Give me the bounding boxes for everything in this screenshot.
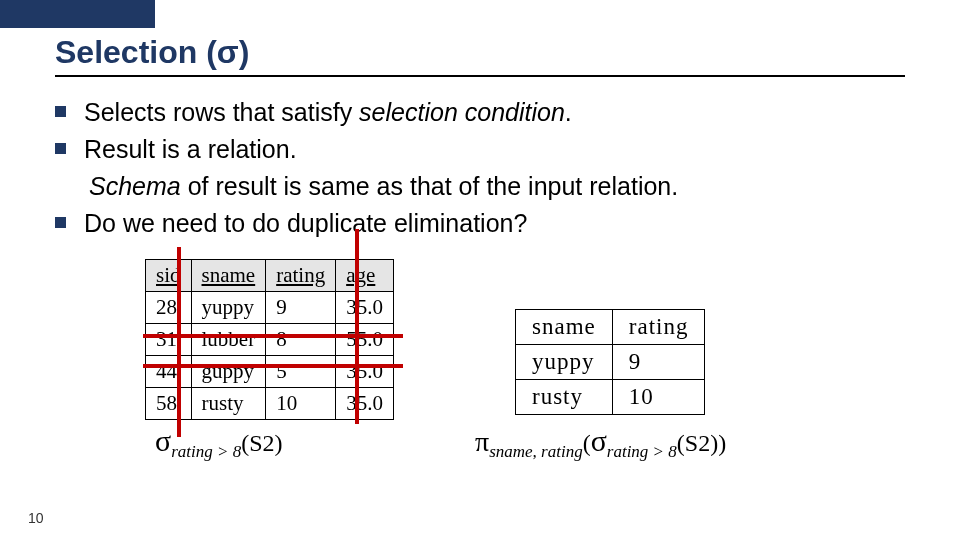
bullet-2: Result is a relation. — [55, 132, 905, 167]
red-annotation-line — [143, 334, 403, 338]
sigma-symbol: σ — [591, 424, 607, 457]
accent-bar — [0, 0, 155, 28]
sigma-symbol: σ — [217, 34, 239, 70]
red-annotation-line — [355, 229, 359, 424]
figures-area: sid sname rating age 28 yuppy 9 35.0 31 … — [55, 259, 905, 519]
text-fragment: of result is same as that of the input r… — [181, 172, 679, 200]
formula-relation: (S2) — [241, 430, 282, 456]
col-sname: sname — [191, 260, 266, 292]
cell: 9 — [612, 345, 705, 380]
title-text-prefix: Selection ( — [55, 34, 217, 70]
text-italic: Schema — [89, 172, 181, 200]
square-bullet-icon — [55, 106, 66, 117]
col-rating: rating — [612, 310, 705, 345]
cell: 44 — [146, 356, 192, 388]
square-bullet-icon — [55, 217, 66, 228]
pi-symbol: π — [475, 426, 489, 457]
cell: 9 — [266, 292, 336, 324]
cell: 31 — [146, 324, 192, 356]
formula-subscript: rating > 8 — [171, 442, 241, 461]
table-row: rusty 10 — [516, 380, 705, 415]
col-age: age — [336, 260, 394, 292]
text-fragment: Selects rows that satisfy — [84, 98, 359, 126]
bullet-1: Selects rows that satisfy selection cond… — [55, 95, 905, 130]
bullet-2-text: Result is a relation. — [84, 132, 297, 167]
cell: 8 — [266, 324, 336, 356]
cell: 35.0 — [336, 388, 394, 420]
result-relation-table: sname rating yuppy 9 rusty 10 — [515, 309, 705, 415]
cell: 58 — [146, 388, 192, 420]
cell: yuppy — [516, 345, 613, 380]
title-text-suffix: ) — [239, 34, 250, 70]
col-sname: sname — [516, 310, 613, 345]
text-italic: selection condition — [359, 98, 565, 126]
input-relation-table: sid sname rating age 28 yuppy 9 35.0 31 … — [145, 259, 394, 420]
title-block: Selection (σ) — [0, 28, 960, 77]
table-header-row: sname rating — [516, 310, 705, 345]
cell: rusty — [516, 380, 613, 415]
col-sid: sid — [146, 260, 192, 292]
cell: 35.0 — [336, 292, 394, 324]
table-row: yuppy 9 — [516, 345, 705, 380]
sigma-symbol: σ — [155, 424, 171, 457]
text-fragment: . — [565, 98, 572, 126]
formula-subscript: rating > 8 — [607, 442, 677, 461]
cell: 35.0 — [336, 356, 394, 388]
square-bullet-icon — [55, 143, 66, 154]
bullet-3-text: Do we need to do duplicate elimination? — [84, 206, 527, 241]
cell: 10 — [612, 380, 705, 415]
cell: 55.0 — [336, 324, 394, 356]
selection-formula: σrating > 8(S2) — [155, 424, 283, 462]
red-annotation-line — [143, 364, 403, 368]
body-content: Selects rows that satisfy selection cond… — [0, 77, 960, 519]
page-number: 10 — [28, 510, 44, 526]
formula-subscript: sname, rating — [489, 442, 583, 461]
table-result: sname rating yuppy 9 rusty 10 — [515, 309, 705, 415]
cell: lubber — [191, 324, 266, 356]
bullet-2-continuation: Schema of result is same as that of the … — [55, 169, 905, 204]
col-rating: rating — [266, 260, 336, 292]
bullet-1-text: Selects rows that satisfy selection cond… — [84, 95, 572, 130]
paren-open: ( — [583, 430, 591, 456]
cell: 28 — [146, 292, 192, 324]
projection-formula: πsname, rating(σrating > 8(S2)) — [475, 424, 726, 462]
cell: rusty — [191, 388, 266, 420]
red-annotation-line — [177, 247, 181, 437]
slide-title: Selection (σ) — [55, 34, 905, 73]
cell: guppy — [191, 356, 266, 388]
formula-relation: (S2) — [677, 430, 718, 456]
paren-close: ) — [718, 430, 726, 456]
cell: 10 — [266, 388, 336, 420]
cell: yuppy — [191, 292, 266, 324]
bullet-3: Do we need to do duplicate elimination? — [55, 206, 905, 241]
cell: 5 — [266, 356, 336, 388]
